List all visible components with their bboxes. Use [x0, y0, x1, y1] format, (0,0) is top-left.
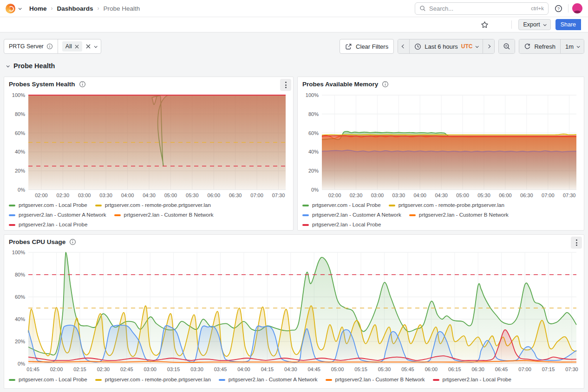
y-axis-tick-label: 20% — [308, 168, 319, 174]
row-toggle-probe-health[interactable]: Probe Health — [7, 62, 55, 70]
chart-legend: prtgserver.com - Local Probeprtgserver.c… — [9, 375, 579, 385]
org-switcher-caret-icon[interactable] — [19, 6, 22, 10]
info-icon[interactable] — [46, 43, 53, 50]
cpu-usage-chart[interactable]: 0%20%40%60%80%100%01:4502:0002:1502:3002… — [8, 249, 581, 374]
legend-label: prtgserver.com - remote-probe.prtgserver… — [105, 375, 211, 385]
time-shift-forward-button[interactable] — [483, 39, 494, 53]
info-icon — [79, 81, 86, 88]
clear-selection-icon[interactable] — [86, 44, 91, 49]
share-button[interactable]: Share — [555, 19, 581, 30]
breadcrumb-home[interactable]: Home — [29, 5, 47, 12]
grafana-logo[interactable] — [6, 4, 15, 13]
x-axis-tick-label: 04:15 — [261, 366, 274, 372]
legend-label: prtgserver.com - remote-probe.prtgserver… — [105, 200, 211, 210]
breadcrumb-dashboards[interactable]: Dashboards — [57, 5, 93, 12]
export-button[interactable]: Export — [518, 19, 551, 30]
x-axis-tick-label: 03:00 — [144, 366, 157, 372]
chevron-left-icon — [402, 45, 405, 48]
y-axis-tick-label: 0% — [18, 361, 25, 366]
share-dropdown-button[interactable] — [581, 19, 583, 30]
x-axis-tick-label: 02:00 — [328, 193, 341, 198]
time-shift-back-button[interactable] — [398, 39, 410, 53]
share-button-group: Share — [555, 19, 583, 30]
row-title: Probe Health — [13, 62, 55, 70]
favorite-button[interactable] — [479, 19, 491, 31]
legend-item[interactable]: prtgserver2.lan - Customer B Network — [114, 210, 214, 220]
help-button[interactable]: ? — [552, 2, 564, 14]
time-controls: Clear Filters Last 6 hours UTC Refresh — [340, 39, 584, 54]
variable-chip-all[interactable]: All — [62, 41, 82, 51]
legend-swatch-icon — [433, 379, 439, 381]
x-axis-tick-label: 06:00 — [425, 366, 438, 372]
legend-swatch-icon — [9, 214, 15, 216]
y-axis-tick-label: 100% — [12, 92, 25, 98]
variable-value-select[interactable]: All — [58, 39, 101, 53]
available-memory-chart[interactable]: 0%20%40%60%80%100%02:0002:3003:0003:3004… — [301, 91, 581, 200]
y-axis-tick-label: 60% — [308, 130, 319, 136]
user-avatar[interactable] — [572, 3, 582, 13]
legend-item[interactable]: prtgserver.com - Local Probe — [9, 200, 87, 210]
panel-header: Probes CPU Usage — [4, 235, 584, 249]
x-axis-tick-label: 05:30 — [186, 193, 199, 198]
y-axis-tick-label: 60% — [15, 294, 25, 300]
chart-legend: prtgserver.com - Local Probeprtgserver.c… — [302, 200, 579, 230]
x-axis-tick-label: 05:30 — [378, 366, 391, 372]
star-icon — [481, 21, 489, 29]
x-axis-tick-label: 07:00 — [518, 366, 531, 372]
legend-item[interactable]: prtgserver.com - remote-probe.prtgserver… — [95, 200, 211, 210]
variable-label[interactable]: PRTG Server — [4, 39, 58, 53]
legend-item[interactable]: prtgserver.com - Local Probe — [9, 375, 87, 385]
legend-item[interactable]: prtgserver2.lan - Local Probe — [302, 220, 381, 230]
x-axis-tick-label: 05:00 — [331, 366, 344, 372]
y-axis-tick-label: 40% — [15, 316, 25, 322]
panel-info-button[interactable] — [69, 238, 76, 245]
x-axis-tick-label: 03:30 — [99, 193, 112, 198]
panel-menu-button[interactable] — [571, 237, 582, 249]
legend-label: prtgserver.com - remote-probe.prtgserver… — [399, 200, 504, 210]
legend-item[interactable]: prgserver2.lan - Customer A Network — [9, 210, 106, 220]
panel-title[interactable]: Probes Available Memory — [302, 81, 378, 88]
legend-item[interactable]: prtgserver2.lan - Local Probe — [433, 375, 511, 385]
remove-chip-icon[interactable] — [75, 45, 79, 49]
y-axis-tick-label: 20% — [15, 339, 25, 344]
legend-item[interactable]: prtgserver2.lan - Customer B Network — [326, 375, 425, 385]
search-input[interactable] — [429, 5, 528, 12]
legend-label: prtgserver.com - Local Probe — [19, 375, 87, 385]
panel-header: Probes System Health — [4, 77, 293, 91]
time-range-button[interactable]: Last 6 hours UTC — [410, 39, 483, 53]
x-axis-tick-label: 06:45 — [495, 366, 508, 372]
refresh-interval-button[interactable]: 1m — [561, 39, 584, 53]
x-axis-tick-label: 02:15 — [73, 366, 86, 372]
search-box[interactable]: ctrl+k — [415, 2, 549, 15]
legend-label: prtgserver2.lan - Customer B Network — [335, 375, 425, 385]
x-axis-tick-label: 03:30 — [392, 193, 405, 198]
legend-item[interactable]: prtgserver2.lan - Customer A Network — [219, 375, 318, 385]
zoom-out-button[interactable] — [499, 39, 515, 53]
x-axis-tick-label: 05:30 — [477, 193, 490, 198]
legend-item[interactable]: prtgserver2.lan - Local Probe — [9, 220, 87, 230]
clear-filters-button[interactable]: Clear Filters — [340, 39, 394, 54]
chevron-down-icon — [581, 22, 584, 26]
panel-info-button[interactable] — [382, 81, 389, 88]
legend-item[interactable]: prtgserver.com - Local Probe — [302, 200, 381, 210]
filters-row: PRTG Server All Clear Filters Last 6 hou… — [4, 39, 584, 54]
chart-legend: prtgserver.com - Local Probeprtgserver.c… — [9, 200, 288, 230]
timezone-label[interactable]: UTC — [461, 43, 473, 50]
refresh-button[interactable]: Refresh — [519, 39, 561, 53]
system-health-chart[interactable]: 0%20%40%60%80%100%02:0002:3003:0003:3004… — [8, 91, 290, 200]
panel-title[interactable]: Probes CPU Usage — [9, 238, 65, 245]
legend-item[interactable]: prtgserver2.lan - Customer B Network — [409, 210, 509, 220]
refresh-label: Refresh — [534, 43, 555, 50]
share-button-label: Share — [561, 21, 576, 28]
legend-item[interactable]: prtgserver.com - remote-probe.prtgserver… — [95, 375, 211, 385]
refresh-interval-label: 1m — [565, 43, 574, 50]
panel-info-button[interactable] — [79, 81, 86, 88]
legend-swatch-icon — [114, 214, 121, 216]
panel-menu-button[interactable] — [280, 79, 291, 91]
legend-item[interactable]: prtgserver2.lan - Customer A Network — [302, 210, 401, 220]
series-line-4 — [322, 136, 576, 136]
x-axis-tick-label: 06:30 — [520, 193, 533, 198]
x-axis-tick-label: 06:30 — [471, 366, 484, 372]
legend-item[interactable]: prtgserver.com - remote-probe.prtgserver… — [389, 200, 504, 210]
panel-title[interactable]: Probes System Health — [9, 81, 75, 88]
